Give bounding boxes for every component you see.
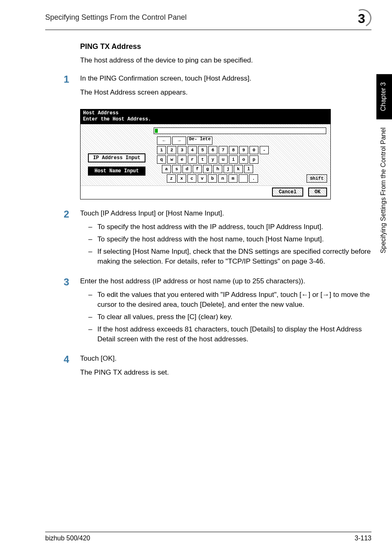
key-z[interactable]: z bbox=[167, 174, 176, 183]
host-name-input-button[interactable]: Host Name Input bbox=[88, 167, 145, 176]
key-b[interactable]: b bbox=[208, 174, 217, 183]
onscreen-keyboard: ← → De- lete 1 2 3 4 5 6 7 8 9 0 bbox=[154, 137, 327, 184]
key-hyphen[interactable]: - bbox=[260, 146, 269, 154]
step-2: 2 Touch [IP Address Input] or [Host Name… bbox=[64, 208, 371, 269]
key-y[interactable]: y bbox=[208, 155, 217, 164]
delete-key[interactable]: De- lete bbox=[187, 137, 212, 145]
key-q[interactable]: q bbox=[157, 155, 166, 164]
key-4[interactable]: 4 bbox=[188, 146, 197, 154]
key-n[interactable]: n bbox=[218, 174, 227, 183]
step-2-body: Touch [IP Address Input] or [Host Name I… bbox=[80, 208, 371, 269]
key-3[interactable]: 3 bbox=[178, 146, 187, 154]
key-u[interactable]: u bbox=[219, 155, 228, 164]
step-3-bullet-1: To edit the values that you entered with… bbox=[88, 290, 371, 310]
screen-title-bar: Host Address Enter the Host Address. bbox=[81, 109, 330, 124]
key-x[interactable]: x bbox=[177, 174, 186, 183]
key-a[interactable]: a bbox=[162, 165, 171, 173]
step-3-body: Enter the host address (IP address or ho… bbox=[80, 276, 371, 347]
key-2[interactable]: 2 bbox=[167, 146, 176, 154]
key-l[interactable]: l bbox=[244, 165, 253, 173]
step-3: 3 Enter the host address (IP address or … bbox=[64, 276, 371, 347]
screen-body: IP Address Input Host Name Input ← → De-… bbox=[81, 124, 330, 185]
key-5[interactable]: 5 bbox=[198, 146, 207, 154]
footer-page-number: 3-113 bbox=[355, 535, 371, 542]
cursor-left-key[interactable]: ← bbox=[157, 137, 171, 145]
step-3-bullet-3: If the host address exceeds 81 character… bbox=[88, 324, 371, 344]
page-footer: bizhub 500/420 3-113 bbox=[45, 532, 371, 542]
key-o[interactable]: o bbox=[239, 155, 248, 164]
screen-title-line2: Enter the Host Address. bbox=[83, 116, 328, 123]
shift-key[interactable]: Shift bbox=[307, 174, 327, 183]
key-1[interactable]: 1 bbox=[157, 146, 166, 154]
step-2-bullet-3: If selecting [Host Name Input], check th… bbox=[88, 247, 371, 266]
input-mode-panel: IP Address Input Host Name Input bbox=[84, 153, 154, 176]
key-r[interactable]: r bbox=[188, 155, 197, 164]
step-4: 4 Touch [OK]. The PING TX address is set… bbox=[64, 354, 371, 382]
key-d[interactable]: d bbox=[182, 165, 191, 173]
key-blank[interactable] bbox=[239, 174, 248, 183]
step-1-line-1: In the PING Confirmation screen, touch [… bbox=[80, 74, 371, 83]
screen-title-line1: Host Address bbox=[83, 110, 328, 116]
key-p[interactable]: p bbox=[249, 155, 258, 164]
ok-button[interactable]: OK bbox=[308, 188, 327, 197]
key-i[interactable]: i bbox=[229, 155, 238, 164]
step-3-line-1: Enter the host address (IP address or ho… bbox=[80, 276, 371, 286]
key-s[interactable]: s bbox=[172, 165, 181, 173]
step-2-bullet-1: To specify the host address with the IP … bbox=[88, 222, 371, 232]
key-period[interactable]: . bbox=[249, 174, 258, 183]
step-2-line-1: Touch [IP Address Input] or [Host Name I… bbox=[80, 208, 371, 218]
page-header: Specifying Settings From the Control Pan… bbox=[45, 13, 371, 30]
key-7[interactable]: 7 bbox=[219, 146, 228, 154]
step-3-number: 3 bbox=[64, 276, 80, 347]
key-v[interactable]: v bbox=[198, 174, 207, 183]
step-4-body: Touch [OK]. The PING TX address is set. bbox=[80, 354, 371, 382]
key-g[interactable]: g bbox=[203, 165, 212, 173]
key-6[interactable]: 6 bbox=[208, 146, 217, 154]
cursor-right-key[interactable]: → bbox=[172, 137, 186, 145]
key-f[interactable]: f bbox=[193, 165, 202, 173]
side-tab-section: Specifying Settings From the Control Pan… bbox=[376, 119, 392, 262]
key-0[interactable]: 0 bbox=[249, 146, 258, 154]
chapter-number: 3 bbox=[358, 11, 365, 26]
step-2-bullet-2: To specify the host address with the hos… bbox=[88, 234, 371, 244]
key-k[interactable]: k bbox=[234, 165, 243, 173]
screen-bottom-bar: Cancel OK bbox=[81, 185, 330, 199]
key-m[interactable]: m bbox=[228, 174, 238, 183]
key-j[interactable]: j bbox=[224, 165, 233, 173]
side-tab-chapter: Chapter 3 bbox=[376, 74, 392, 119]
section-intro: The host address of the device to ping c… bbox=[80, 56, 371, 65]
step-1-body: In the PING Confirmation screen, touch [… bbox=[80, 74, 371, 102]
step-4-number: 4 bbox=[64, 354, 80, 382]
step-1: 1 In the PING Confirmation screen, touch… bbox=[64, 74, 371, 102]
text-cursor-icon bbox=[155, 129, 158, 133]
key-9[interactable]: 9 bbox=[239, 146, 248, 154]
step-1-line-2: The Host Address screen appears. bbox=[80, 88, 371, 97]
side-tab: Chapter 3 Specifying Settings From the C… bbox=[376, 74, 392, 262]
key-w[interactable]: w bbox=[167, 155, 176, 164]
chapter-badge: 3 bbox=[353, 9, 371, 27]
ip-address-input-button[interactable]: IP Address Input bbox=[88, 153, 145, 162]
step-2-number: 2 bbox=[64, 208, 80, 269]
running-header-title: Specifying Settings From the Control Pan… bbox=[45, 13, 187, 22]
section-heading: PING TX Address bbox=[80, 42, 371, 51]
step-4-line-2: The PING TX address is set. bbox=[80, 368, 371, 378]
key-e[interactable]: e bbox=[178, 155, 187, 164]
key-h[interactable]: h bbox=[213, 165, 222, 173]
step-4-line-1: Touch [OK]. bbox=[80, 354, 371, 364]
host-address-input[interactable] bbox=[154, 127, 326, 134]
footer-model: bizhub 500/420 bbox=[45, 535, 90, 542]
key-c[interactable]: c bbox=[187, 174, 196, 183]
host-address-screen: Host Address Enter the Host Address. IP … bbox=[80, 109, 331, 199]
key-t[interactable]: t bbox=[198, 155, 207, 164]
step-3-bullet-2: To clear all values, press the [C] (clea… bbox=[88, 312, 371, 322]
step-1-number: 1 bbox=[64, 74, 80, 102]
key-8[interactable]: 8 bbox=[229, 146, 238, 154]
cancel-button[interactable]: Cancel bbox=[272, 188, 303, 197]
